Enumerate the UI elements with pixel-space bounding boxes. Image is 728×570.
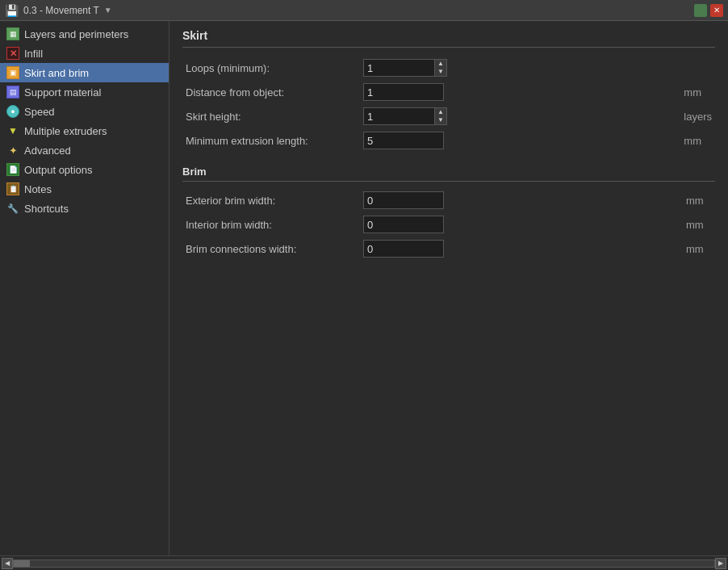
output-options-icon: 📄 <box>6 163 19 176</box>
height-input-cell: ▲ ▼ <box>360 104 680 128</box>
brim-conn-label: Brim connections width: <box>182 237 360 261</box>
sidebar-label-multiple-extruders: Multiple extruders <box>24 125 107 137</box>
sidebar-label-layers-perimeters: Layers and perimeters <box>24 28 128 40</box>
brim-conn-unit: mm <box>683 237 715 261</box>
exterior-brim-input-cell <box>360 188 683 212</box>
maximize-button[interactable] <box>694 4 707 17</box>
shortcuts-icon: 🔧 <box>6 202 19 215</box>
sidebar-item-multiple-extruders[interactable]: ▼ Multiple extruders <box>0 121 169 140</box>
interior-brim-input-cell <box>360 212 683 237</box>
skirt-section-title: Skirt <box>182 29 715 48</box>
interior-brim-unit: mm <box>683 212 715 237</box>
brim-form-table: Exterior brim width: mm Interior brim wi… <box>182 188 715 261</box>
loops-decrement[interactable]: ▼ <box>435 68 446 76</box>
loops-input-cell: ▲ ▼ <box>360 56 680 80</box>
interior-brim-row: Interior brim width: mm <box>182 212 715 237</box>
sidebar-item-speed[interactable]: ● Speed <box>0 102 169 121</box>
distance-input[interactable] <box>363 83 444 101</box>
dropdown-arrow[interactable]: ▼ <box>104 6 112 15</box>
exterior-brim-row: Exterior brim width: mm <box>182 188 715 212</box>
loops-label: Loops (minimum): <box>182 56 360 80</box>
height-increment[interactable]: ▲ <box>435 108 446 116</box>
exterior-brim-unit: mm <box>683 188 715 212</box>
multiple-extruders-icon: ▼ <box>6 124 19 137</box>
scroll-track[interactable] <box>13 560 715 568</box>
height-row: Skirt height: ▲ ▼ layers <box>182 104 715 128</box>
interior-brim-label: Interior brim width: <box>182 212 360 237</box>
distance-unit: mm <box>680 80 715 104</box>
loops-increment[interactable]: ▲ <box>435 60 446 68</box>
min-extrusion-input[interactable] <box>363 132 444 149</box>
sidebar: ▦ Layers and perimeters ✕ Infill ▣ Skirt… <box>0 21 169 555</box>
sidebar-label-support-material: Support material <box>24 86 101 98</box>
min-extrusion-unit: mm <box>680 128 715 153</box>
scroll-thumb <box>14 560 30 567</box>
main-container: ▦ Layers and perimeters ✕ Infill ▣ Skirt… <box>0 21 728 555</box>
close-button[interactable]: ✕ <box>710 4 723 17</box>
infill-icon: ✕ <box>6 47 19 60</box>
height-decrement[interactable]: ▼ <box>435 116 446 124</box>
distance-label: Distance from object: <box>182 80 360 104</box>
height-unit: layers <box>680 104 715 128</box>
loops-row: Loops (minimum): ▲ ▼ <box>182 56 715 80</box>
scroll-right-arrow[interactable]: ▶ <box>715 558 726 569</box>
min-extrusion-label: Minimum extrusion length: <box>182 128 360 153</box>
speed-icon: ● <box>6 105 19 118</box>
layers-perimeters-icon: ▦ <box>6 27 19 40</box>
sidebar-item-support-material[interactable]: ▤ Support material <box>0 82 169 102</box>
loops-spin-buttons: ▲ ▼ <box>434 59 447 77</box>
height-input[interactable] <box>363 107 434 125</box>
sidebar-item-notes[interactable]: 📋 Notes <box>0 179 169 199</box>
distance-row: Distance from object: mm <box>182 80 715 104</box>
sidebar-label-speed: Speed <box>24 106 55 118</box>
interior-brim-input[interactable] <box>363 216 444 233</box>
support-material-icon: ▤ <box>6 86 19 98</box>
loops-spin-wrapper: ▲ ▼ <box>363 59 677 77</box>
exterior-brim-input[interactable] <box>363 191 444 209</box>
sidebar-item-skirt-brim[interactable]: ▣ Skirt and brim <box>0 63 169 82</box>
sidebar-label-output-options: Output options <box>24 164 93 176</box>
distance-input-cell <box>360 80 680 104</box>
brim-section-title: Brim <box>182 166 715 182</box>
sidebar-label-notes: Notes <box>24 183 52 195</box>
bottom-scrollbar: ◀ ▶ <box>0 555 728 570</box>
sidebar-item-shortcuts[interactable]: 🔧 Shortcuts <box>0 199 169 218</box>
title-text: 0.3 - Movement T <box>23 5 99 16</box>
loops-unit <box>680 56 715 80</box>
min-extrusion-row: Minimum extrusion length: mm <box>182 128 715 153</box>
sidebar-label-infill: Infill <box>24 48 43 60</box>
main-content: Skirt Loops (minimum): ▲ ▼ <box>169 21 728 555</box>
skirt-brim-icon: ▣ <box>6 66 19 79</box>
loops-input[interactable] <box>363 59 434 77</box>
sidebar-label-advanced: Advanced <box>24 145 71 157</box>
sidebar-label-shortcuts: Shortcuts <box>24 203 69 215</box>
sidebar-item-output-options[interactable]: 📄 Output options <box>0 160 169 179</box>
height-label: Skirt height: <box>182 104 360 128</box>
advanced-icon: ✦ <box>6 144 19 157</box>
exterior-brim-label: Exterior brim width: <box>182 188 360 212</box>
sidebar-label-skirt-brim: Skirt and brim <box>24 67 89 79</box>
brim-conn-row: Brim connections width: mm <box>182 237 715 261</box>
height-spin-wrapper: ▲ ▼ <box>363 107 677 125</box>
sidebar-item-advanced[interactable]: ✦ Advanced <box>0 140 169 160</box>
skirt-form-table: Loops (minimum): ▲ ▼ Distance from o <box>182 56 715 153</box>
sidebar-item-infill[interactable]: ✕ Infill <box>0 44 169 63</box>
sidebar-item-layers-perimeters[interactable]: ▦ Layers and perimeters <box>0 24 169 44</box>
brim-conn-input[interactable] <box>363 240 444 258</box>
title-bar: 💾 0.3 - Movement T ▼ ✕ <box>0 0 728 21</box>
brim-conn-input-cell <box>360 237 683 261</box>
save-icon[interactable]: 💾 <box>5 4 19 17</box>
notes-icon: 📋 <box>6 182 19 195</box>
scroll-left-arrow[interactable]: ◀ <box>2 558 13 569</box>
height-spin-buttons: ▲ ▼ <box>434 107 447 125</box>
min-extrusion-input-cell <box>360 128 680 153</box>
